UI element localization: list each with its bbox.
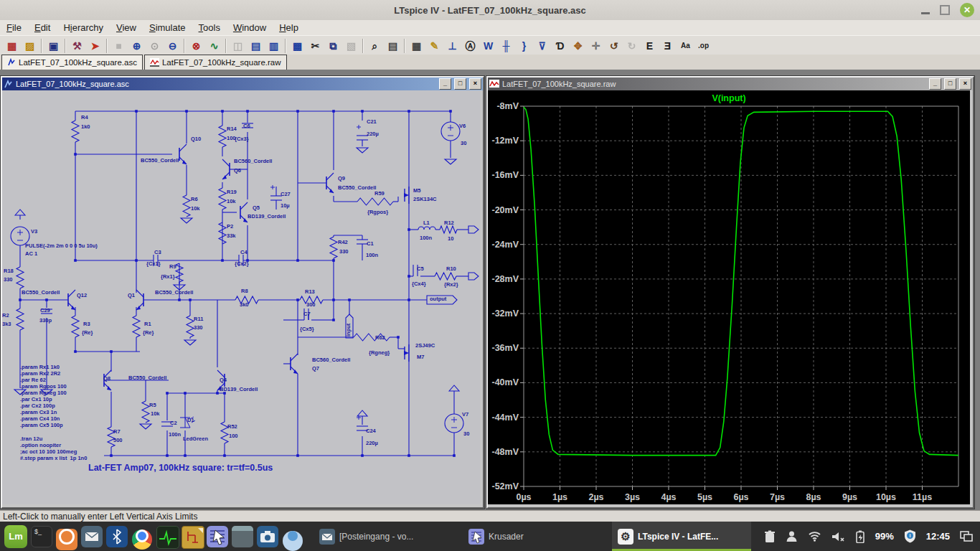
place-ground-icon[interactable]: ⊥ <box>443 37 461 55</box>
drag-icon[interactable]: ✛ <box>587 37 605 55</box>
place-diode-icon[interactable]: ⊽ <box>533 37 551 55</box>
open-file-icon[interactable]: ▨ <box>21 37 39 55</box>
workspaces-icon[interactable] <box>960 531 973 542</box>
print-icon[interactable]: ▦ <box>407 37 425 55</box>
run-icon[interactable]: ➤ <box>86 37 104 55</box>
volume-muted-icon[interactable] <box>831 531 845 542</box>
spice-directive-icon[interactable]: .op <box>694 37 712 55</box>
minimize-icon[interactable] <box>921 12 930 14</box>
print-preview-icon[interactable]: ▤ <box>384 37 402 55</box>
component-label: R8 <box>241 288 248 294</box>
component-label: V3 <box>31 229 37 235</box>
schematic-maximize-icon[interactable]: □ <box>454 78 466 90</box>
launcher-krusader-icon[interactable] <box>207 526 228 547</box>
axis-tick-label: 10µs <box>876 492 896 502</box>
trace-legend[interactable]: V(input) <box>488 93 970 103</box>
menu-tools[interactable]: Tools <box>192 21 227 34</box>
launcher-screenshot-camera-icon[interactable] <box>257 526 278 547</box>
cut-icon[interactable]: ✂ <box>306 37 324 55</box>
schematic-window[interactable]: LatFET_07_100kHz_square.asc _ □ × R41k0Q… <box>1 76 484 509</box>
trash-icon[interactable] <box>764 530 776 543</box>
component-label: .param Cx4 10n <box>20 416 60 422</box>
task-button-mail[interactable]: [Posteingang - vo... <box>314 522 453 551</box>
tab-schematic[interactable]: LatFET_07_100kHz_square.asc <box>1 55 143 70</box>
launcher-terminal-icon[interactable]: $_ <box>31 526 52 547</box>
close-icon[interactable]: ✕ <box>960 3 974 17</box>
launcher-firefox-icon[interactable] <box>56 526 77 547</box>
undo-icon[interactable]: ↺ <box>605 37 623 55</box>
menu-simulate[interactable]: Simulate <box>143 21 192 34</box>
launcher-browser-blue-icon[interactable] <box>282 526 303 547</box>
launcher-chrome-icon[interactable] <box>131 526 153 547</box>
waveform-tab-icon <box>150 58 159 67</box>
cascade-windows-icon[interactable]: ▩ <box>288 37 306 55</box>
component-label: BC550_Cordell <box>155 290 193 296</box>
launcher-ltspice-schematic-icon[interactable] <box>182 526 203 547</box>
autorange-y-axis-icon[interactable]: ∿ <box>205 37 223 55</box>
place-resistor-icon[interactable]: W <box>479 37 497 55</box>
tile-vertically-icon[interactable]: ▥ <box>265 37 283 55</box>
draw-wire-icon[interactable]: ✎ <box>425 37 443 55</box>
copy-icon[interactable]: ⧉ <box>324 37 342 55</box>
save-icon[interactable]: ▣ <box>44 37 62 55</box>
wifi-icon[interactable] <box>808 531 821 542</box>
menu-hierarchy[interactable]: Hierarchy <box>57 21 110 34</box>
find-icon[interactable]: ⌕ <box>366 37 384 55</box>
schematic-minimize-icon[interactable]: _ <box>439 78 451 90</box>
launcher-bluetooth-icon[interactable] <box>106 526 128 547</box>
menu-view[interactable]: View <box>110 21 143 34</box>
menu-help[interactable]: Help <box>273 21 305 34</box>
place-inductor-icon[interactable]: } <box>515 37 533 55</box>
tab-waveform[interactable]: LatFET_07_100kHz_square.raw <box>144 55 287 70</box>
menu-edit[interactable]: Edit <box>28 21 57 34</box>
text-icon[interactable]: Aa <box>677 37 694 55</box>
waveform-close-icon[interactable]: × <box>959 78 971 90</box>
task-button-krusader[interactable]: Krusader <box>463 522 602 551</box>
app-titlebar[interactable]: LTspice IV - LatFET_07_100kHz_square.asc… <box>0 0 980 21</box>
mirror-icon[interactable]: E <box>641 37 659 55</box>
user-icon[interactable] <box>786 530 798 542</box>
menu-file[interactable]: File <box>0 21 28 34</box>
launcher-mail-icon[interactable] <box>81 526 103 547</box>
component-label: 10k <box>227 199 236 204</box>
zoom-in-icon[interactable]: ⊕ <box>128 37 146 55</box>
axis-tick-label: 7µs <box>770 492 785 502</box>
shield-icon[interactable]: i <box>904 529 916 543</box>
maximize-icon[interactable] <box>940 5 950 15</box>
zoom-full-extents-icon[interactable]: ⊗ <box>187 37 205 55</box>
label-net-icon[interactable]: Ⓐ <box>461 37 479 55</box>
component-label: Q7 <box>312 366 319 372</box>
zoom-out-icon[interactable]: ⊖ <box>164 37 182 55</box>
component-label: BC550_Cordell <box>141 158 179 164</box>
component-label: .param Cx3 1n <box>20 410 57 415</box>
tile-horizontally-icon[interactable]: ▤ <box>247 37 265 55</box>
component-label: C21 <box>367 119 377 125</box>
component-label: V6 <box>459 123 466 129</box>
move-icon[interactable]: ✥ <box>569 37 587 55</box>
place-component-icon[interactable]: Ɗ <box>551 37 569 55</box>
control-panel-icon[interactable]: ⚒ <box>68 37 86 55</box>
component-label: R52 <box>227 424 237 430</box>
waveform-minimize-icon[interactable]: _ <box>929 78 941 90</box>
place-capacitor-icon[interactable]: ╫ <box>497 37 515 55</box>
schematic-canvas[interactable]: R41k0Q10BC550_CordellR14100C6{Cx3}BC560_… <box>2 90 480 504</box>
schematic-close-icon[interactable]: × <box>469 78 481 90</box>
launcher-window-gray-icon[interactable] <box>232 526 253 547</box>
start-menu-button[interactable]: Lm <box>4 525 27 548</box>
new-schematic-icon[interactable]: ▦ <box>3 37 21 55</box>
launcher-oscilloscope-icon[interactable] <box>156 526 178 547</box>
component-label: .param Rgneg 100 <box>20 390 67 396</box>
waveform-window-titlebar[interactable]: LatFET_07_100kHz_square.raw _ □ × <box>488 77 973 90</box>
clock[interactable]: 12:45 <box>926 531 950 542</box>
rotate-icon[interactable]: Ǝ <box>659 37 677 55</box>
component-label: {Rgneg} <box>369 350 390 356</box>
waveform-maximize-icon[interactable]: □ <box>944 78 956 90</box>
task-button-ltspice[interactable]: ⚙LTspice IV - LatFE... <box>612 522 751 551</box>
component-label: {Cx5} <box>300 326 314 332</box>
menu-window[interactable]: Window <box>227 21 273 34</box>
schematic-window-titlebar[interactable]: LatFET_07_100kHz_square.asc _ □ × <box>2 77 483 90</box>
waveform-plot-area[interactable]: V(input) 0µs1µs2µs3µs4µs5µs6µs7µs8µs9µs1… <box>488 90 970 504</box>
halt-icon: ■ <box>110 37 128 55</box>
battery-icon[interactable] <box>855 530 865 543</box>
waveform-window[interactable]: LatFET_07_100kHz_square.raw _ □ × V(inpu… <box>486 76 974 509</box>
